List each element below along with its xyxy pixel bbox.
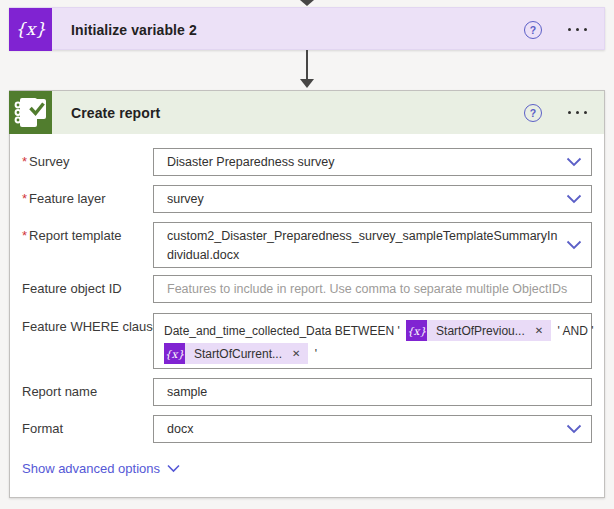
where-clause-line-1: Date_and_time_collected_Data BETWEEN ' {… [164,319,583,342]
connector-arrow-top [300,0,314,6]
report-template-value: custom2_Disaster_Preparedness_survey_sam… [167,229,557,262]
survey-dropdown[interactable]: Disaster Preparedness survey [153,148,592,176]
report-name-input[interactable] [167,385,578,399]
dynamic-content-token-start-of-previous[interactable]: {x} StartOfPreviou... ✕ [406,320,551,341]
connector-line [306,50,308,79]
connector-arrow-mid [300,79,314,88]
feature-where-clause-field[interactable]: Date_and_time_collected_Data BETWEEN ' {… [153,313,592,369]
feature-layer-dropdown[interactable]: survey [153,185,592,213]
format-label: Format [22,415,150,443]
report-name-label: Report name [22,378,150,406]
create-report-header[interactable]: Create report ? [10,91,604,134]
survey-value: Disaster Preparedness survey [167,155,334,169]
expression-fx-icon: {x} [406,320,427,341]
more-options-icon[interactable] [566,107,589,118]
where-text: ' [311,347,317,361]
feature-where-clause-label: Feature WHERE clause [22,313,150,341]
notebook-check-icon [9,91,52,134]
feature-object-id-input[interactable] [167,282,578,296]
variable-x-icon: {x} [15,21,46,38]
card-title: Create report [71,105,160,121]
chevron-down-icon [566,194,582,204]
help-icon[interactable]: ? [524,21,542,39]
survey123-connector-icon [9,91,52,134]
show-advanced-options-link[interactable]: Show advanced options [22,461,180,476]
report-name-field [153,378,592,406]
feature-layer-value: survey [167,192,204,206]
help-icon[interactable]: ? [524,104,542,122]
required-marker: * [22,154,27,169]
report-template-dropdown[interactable]: custom2_Disaster_Preparedness_survey_sam… [153,222,592,268]
chevron-down-icon [167,464,180,473]
chevron-down-icon [566,240,582,250]
where-text: ' AND ' [554,324,593,338]
chevron-down-icon [566,424,582,434]
card-initialize-variable[interactable]: {x} Initialize variable 2 ? [9,7,605,50]
where-clause-line-2: {x} StartOfCurrent... ✕ ' [164,342,583,365]
where-text: Date_and_time_collected_Data BETWEEN ' [164,324,403,338]
format-value: docx [167,422,193,436]
format-dropdown[interactable]: docx [153,415,592,443]
report-template-label: *Report template [22,222,150,250]
card-title: Initialize variable 2 [71,22,197,38]
chevron-down-icon [566,157,582,167]
remove-token-icon[interactable]: ✕ [290,343,308,364]
remove-token-icon[interactable]: ✕ [533,320,551,341]
flow-designer-canvas: {x} Initialize variable 2 ? [0,0,614,509]
more-options-icon[interactable] [566,24,589,35]
required-marker: * [22,228,27,243]
survey-label: *Survey [22,148,150,176]
initialize-variable-header[interactable]: {x} Initialize variable 2 ? [10,8,604,51]
dynamic-content-token-start-of-current[interactable]: {x} StartOfCurrent... ✕ [164,343,308,364]
feature-layer-label: *Feature layer [22,185,150,213]
feature-object-id-field [153,275,592,303]
feature-object-id-label: Feature object ID [22,275,150,303]
expression-fx-icon: {x} [164,343,185,364]
variable-connector-icon: {x} [9,8,52,51]
card-create-report: Create report ? *Survey Disaster Prepare… [9,90,605,498]
required-marker: * [22,191,27,206]
